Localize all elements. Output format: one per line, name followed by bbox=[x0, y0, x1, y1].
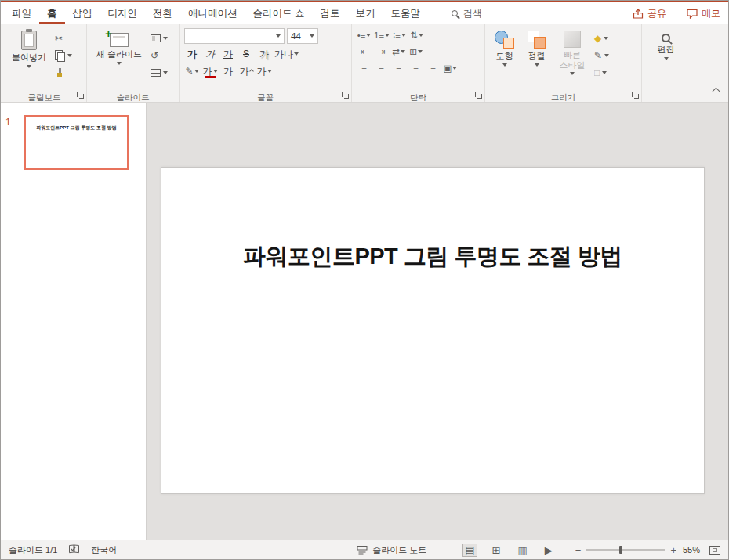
quick-styles-icon bbox=[564, 31, 581, 48]
italic-button[interactable]: 가 bbox=[202, 47, 218, 61]
line-spacing-button[interactable]: ⇅ bbox=[409, 28, 424, 42]
tab-insert[interactable]: 삽입 bbox=[65, 2, 100, 24]
ribbon-group-editing: 편집 bbox=[642, 24, 689, 102]
quick-styles-button[interactable]: 빠른 스타일 bbox=[554, 28, 590, 78]
scissors-icon: ✂ bbox=[55, 33, 63, 44]
shape-fill-button[interactable]: ◆ bbox=[594, 32, 609, 44]
font-size-combobox[interactable]: 44 bbox=[287, 28, 318, 44]
memo-label: 메모 bbox=[702, 7, 720, 20]
zoom-slider[interactable] bbox=[586, 544, 665, 555]
font-color-button[interactable]: 가 bbox=[202, 64, 218, 78]
align-right-button[interactable]: ≡ bbox=[391, 61, 406, 74]
bold-button[interactable]: 가 bbox=[184, 47, 200, 61]
new-slide-button[interactable]: 새 슬라이드 bbox=[92, 28, 147, 78]
justify-button[interactable]: ≡ bbox=[408, 61, 423, 74]
spell-check-button[interactable] bbox=[68, 544, 80, 555]
tab-transitions[interactable]: 전환 bbox=[145, 2, 180, 24]
tab-design[interactable]: 디자인 bbox=[100, 2, 146, 24]
slide-sorter-view-button[interactable]: ⊞ bbox=[490, 544, 503, 557]
font-dialog-launcher[interactable] bbox=[342, 92, 349, 99]
section-button[interactable] bbox=[151, 67, 168, 78]
chevron-down-icon bbox=[366, 34, 371, 37]
chevron-down-icon bbox=[418, 50, 423, 53]
slide-editor-area[interactable]: 파워포인트PPT 그림 투명도 조절 방법 bbox=[147, 103, 728, 540]
shape-effects-button[interactable]: □ bbox=[594, 67, 609, 78]
tab-file[interactable]: 파일 bbox=[4, 2, 39, 24]
reset-button[interactable]: ↺ bbox=[151, 49, 168, 61]
slide-thumbnail[interactable]: 파워포인트PPT 그림 투명도 조절 방법 bbox=[24, 115, 129, 170]
chevron-down-icon bbox=[535, 63, 539, 67]
chevron-down-icon bbox=[570, 72, 575, 75]
text-highlight-button[interactable]: ✎ bbox=[184, 64, 200, 78]
format-painter-button[interactable] bbox=[55, 67, 72, 78]
text-direction-button[interactable]: ⇄ bbox=[391, 45, 406, 58]
distribute-button[interactable]: ≡ bbox=[426, 61, 441, 74]
arrange-button[interactable]: 정렬 bbox=[523, 28, 550, 78]
copy-icon bbox=[55, 50, 65, 61]
language-indicator[interactable]: 한국어 bbox=[91, 544, 117, 556]
editing-button[interactable]: 편집 bbox=[647, 28, 685, 63]
paragraph-dialog-launcher[interactable] bbox=[475, 92, 482, 99]
chevron-down-icon bbox=[385, 34, 390, 37]
zoom-out-button[interactable]: − bbox=[575, 545, 582, 555]
ribbon: 붙여넣기 ✂ 클립보드 새 슬라이드 bbox=[1, 24, 728, 103]
shape-outline-button[interactable]: ✎ bbox=[594, 49, 609, 61]
bullets-button[interactable]: •≡ bbox=[357, 28, 372, 42]
convert-smartart-button[interactable]: ▣ bbox=[443, 61, 458, 74]
format-painter-icon bbox=[55, 68, 64, 78]
font-name-combobox[interactable] bbox=[184, 28, 285, 44]
multilevel-list-button[interactable]: ∶≡ bbox=[392, 28, 407, 42]
align-text-button[interactable]: ⊞ bbox=[408, 45, 423, 58]
search-label: 검색 bbox=[463, 7, 482, 20]
reading-view-button[interactable]: ▥ bbox=[515, 544, 529, 557]
decrease-indent-button[interactable]: ⇤ bbox=[357, 45, 372, 58]
increase-font-button[interactable]: 가 bbox=[238, 64, 254, 78]
normal-view-button[interactable]: ▤ bbox=[462, 544, 477, 557]
clear-formatting-button[interactable]: 가 bbox=[220, 64, 236, 78]
slide-title-text[interactable]: 파워포인트PPT 그림 투명도 조절 방법 bbox=[161, 241, 704, 273]
shapes-icon bbox=[495, 31, 514, 49]
notes-toggle-button[interactable]: 슬라이드 노트 bbox=[357, 544, 426, 556]
align-left-button[interactable]: ≡ bbox=[357, 61, 372, 74]
slide-canvas[interactable]: 파워포인트PPT 그림 투명도 조절 방법 bbox=[161, 167, 705, 494]
increase-indent-button[interactable]: ⇥ bbox=[374, 45, 389, 58]
tab-help[interactable]: 도움말 bbox=[383, 2, 428, 24]
underline-button[interactable]: 가 bbox=[220, 47, 236, 61]
tab-animations[interactable]: 애니메이션 bbox=[180, 2, 245, 24]
slideshow-button[interactable]: ▶ bbox=[542, 544, 555, 557]
copy-button[interactable] bbox=[55, 49, 72, 61]
decrease-font-button[interactable]: 가 bbox=[256, 64, 272, 78]
strikethrough-button[interactable]: S bbox=[238, 47, 254, 61]
tab-review[interactable]: 검토 bbox=[312, 2, 347, 24]
shape-fill-icon: ◆ bbox=[594, 33, 601, 44]
shapes-button[interactable]: 도형 bbox=[490, 28, 519, 78]
paste-icon bbox=[21, 31, 37, 50]
notes-label: 슬라이드 노트 bbox=[372, 544, 426, 556]
zoom-level[interactable]: 55% bbox=[683, 545, 700, 555]
numbering-button[interactable]: 1≡ bbox=[374, 28, 390, 42]
character-spacing-button[interactable]: 가나 bbox=[274, 47, 299, 61]
drawing-dialog-launcher[interactable] bbox=[632, 92, 639, 99]
zoom-in-button[interactable]: + bbox=[670, 545, 676, 555]
tab-home[interactable]: 홈 bbox=[39, 2, 65, 24]
ribbon-group-slides: 새 슬라이드 ↺ 슬라이드 bbox=[87, 24, 180, 102]
align-center-button[interactable]: ≡ bbox=[374, 61, 389, 74]
text-shadow-button[interactable]: 가 bbox=[256, 47, 272, 61]
share-button[interactable]: 공유 bbox=[633, 7, 666, 20]
clipboard-dialog-launcher[interactable] bbox=[77, 92, 84, 99]
collapse-ribbon-button[interactable] bbox=[713, 83, 719, 97]
comments-button[interactable]: 메모 bbox=[687, 7, 720, 20]
chevron-up-icon bbox=[713, 88, 720, 96]
paste-button[interactable]: 붙여넣기 bbox=[7, 28, 51, 78]
zoom-slider-thumb[interactable] bbox=[619, 546, 622, 554]
fit-slide-to-window-button[interactable] bbox=[709, 546, 720, 555]
menubar-right: 공유 메모 bbox=[633, 7, 720, 20]
slides-group-label: 슬라이드 bbox=[117, 92, 150, 102]
menu-bar: 파일 홈 삽입 디자인 전환 애니메이션 슬라이드 쇼 검토 보기 도움말 검색… bbox=[1, 1, 728, 24]
tab-view[interactable]: 보기 bbox=[347, 2, 383, 24]
layout-button[interactable] bbox=[151, 32, 168, 44]
search-button[interactable]: 검색 bbox=[452, 7, 482, 20]
tab-slideshow[interactable]: 슬라이드 쇼 bbox=[245, 2, 313, 24]
align-left-icon: ≡ bbox=[361, 63, 367, 73]
cut-button[interactable]: ✂ bbox=[55, 32, 72, 44]
